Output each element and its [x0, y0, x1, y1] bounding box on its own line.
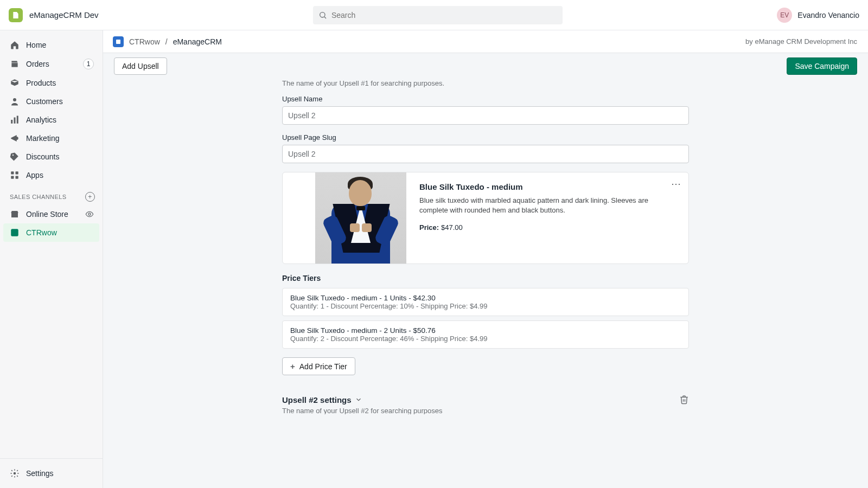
button-label: Add Price Tier — [299, 362, 347, 371]
search-icon — [318, 11, 327, 20]
nav-home[interactable]: Home — [0, 36, 103, 54]
nav-online-store[interactable]: Online Store — [0, 205, 103, 223]
toolbar: Add Upsell Save Campaign — [103, 53, 868, 79]
svg-line-1 — [324, 17, 326, 18]
price-tier-row[interactable]: Blue Silk Tuxedo - medium - 2 Units - $5… — [282, 320, 689, 349]
nav-marketing[interactable]: Marketing — [0, 129, 103, 147]
svg-rect-7 — [11, 171, 14, 174]
topbar-left: eManageCRM Dev — [9, 8, 99, 22]
svg-rect-12 — [11, 229, 18, 236]
nav-label: Products — [26, 79, 56, 87]
shopify-logo-icon — [9, 8, 23, 22]
ctrwow-icon — [10, 228, 20, 237]
nav-analytics[interactable]: Analytics — [0, 111, 103, 129]
app-header: CTRwow / eManageCRM by eManage CRM Devel… — [103, 30, 868, 53]
content: The name of your Upsell #1 for searching… — [103, 79, 868, 427]
button-label: Add Upsell — [122, 62, 159, 70]
product-title: Blue Silk Tuxedo - medium — [419, 182, 662, 191]
button-label: Save Campaign — [795, 62, 849, 70]
upsell1-helper: The name of your Upsell #1 for searching… — [282, 79, 689, 87]
customers-icon — [10, 97, 20, 106]
product-image — [315, 172, 406, 264]
breadcrumb-leaf: eManageCRM — [173, 37, 222, 46]
svg-rect-3 — [11, 120, 12, 124]
form-card: The name of your Upsell #1 for searching… — [282, 79, 689, 414]
marketing-icon — [10, 133, 20, 143]
nav-orders[interactable]: Orders 1 — [0, 54, 103, 74]
nav-label: CTRwow — [26, 228, 57, 237]
svg-rect-8 — [16, 171, 18, 174]
orders-icon — [10, 59, 20, 69]
nav-channels: Online Store CTRwow — [0, 205, 103, 242]
products-icon — [10, 78, 20, 88]
tier-title: Blue Silk Tuxedo - medium - 2 Units - $5… — [290, 326, 681, 335]
upsell-slug-label: Upsell Page Slug — [282, 133, 689, 142]
home-icon — [10, 40, 20, 50]
nav-primary: Home Orders 1 Products Customers Analyti… — [0, 36, 103, 184]
search-field[interactable] — [313, 6, 563, 24]
store-name: eManageCRM Dev — [29, 10, 99, 20]
add-price-tier-button[interactable]: + Add Price Tier — [282, 357, 355, 375]
svg-point-0 — [320, 12, 325, 17]
main: CTRwow / eManageCRM by eManage CRM Devel… — [103, 0, 868, 488]
price-label: Price: — [419, 223, 439, 232]
svg-point-6 — [12, 155, 14, 156]
svg-rect-5 — [17, 116, 18, 124]
nav-apps[interactable]: Apps — [0, 166, 103, 184]
product-info: Blue Silk Tuxedo - medium Blue silk tuxe… — [419, 172, 688, 264]
sales-channels-header: SALES CHANNELS + — [0, 184, 103, 205]
topbar: eManageCRM Dev EV Evandro Venancio — [0, 0, 868, 30]
add-channel-icon[interactable]: + — [85, 192, 95, 202]
sidebar-footer: Settings — [0, 458, 103, 488]
svg-rect-14 — [116, 40, 120, 44]
svg-point-2 — [13, 98, 16, 101]
plus-icon: + — [290, 362, 295, 371]
avatar[interactable]: EV — [777, 8, 792, 23]
gear-icon — [10, 468, 20, 478]
upsell2-header-row: Upsell #2 settings — [282, 395, 689, 404]
nav-customers[interactable]: Customers — [0, 92, 103, 111]
add-upsell-button[interactable]: Add Upsell — [114, 57, 167, 75]
upsell-slug-input[interactable] — [282, 145, 689, 163]
nav-label: Analytics — [26, 115, 56, 124]
user-name[interactable]: Evandro Venancio — [797, 11, 859, 20]
product-card: Blue Silk Tuxedo - medium Blue silk tuxe… — [282, 172, 689, 264]
price-tier-row[interactable]: Blue Silk Tuxedo - medium - 1 Units - $4… — [282, 288, 689, 316]
nav-label: Marketing — [26, 134, 59, 143]
upsell2-toggle[interactable]: Upsell #2 settings — [282, 395, 362, 404]
upsell2-helper: The name of your Upsell #2 for searching… — [282, 407, 689, 414]
nav-ctrwow[interactable]: CTRwow — [3, 223, 99, 242]
nav-label: Discounts — [26, 152, 59, 161]
upsell-name-input[interactable] — [282, 106, 689, 125]
upsell-name-label: Upsell Name — [282, 95, 689, 103]
nav-discounts[interactable]: Discounts — [0, 147, 103, 166]
nav-products[interactable]: Products — [0, 74, 103, 92]
svg-rect-9 — [11, 176, 14, 179]
kebab-icon[interactable]: ⋯ — [671, 178, 682, 190]
search-input[interactable] — [331, 11, 557, 20]
chevron-down-icon — [355, 396, 362, 403]
nav-label: Apps — [26, 171, 43, 179]
trash-icon[interactable] — [679, 395, 689, 404]
discounts-icon — [10, 152, 20, 162]
svg-point-13 — [14, 472, 16, 475]
nav-label: Home — [26, 41, 46, 49]
product-price-row: Price: $47.00 — [419, 223, 662, 232]
upsell2-title-text: Upsell #2 settings — [282, 395, 352, 404]
price-tiers-heading: Price Tiers — [282, 274, 689, 282]
svg-rect-10 — [16, 176, 18, 179]
svg-point-11 — [88, 213, 91, 215]
nav-label: Online Store — [26, 210, 68, 219]
save-campaign-button[interactable]: Save Campaign — [787, 57, 857, 75]
sales-channels-label: SALES CHANNELS — [10, 194, 67, 200]
breadcrumb-root[interactable]: CTRwow — [129, 37, 160, 46]
apps-icon — [10, 170, 20, 180]
breadcrumb: CTRwow / eManageCRM — [113, 36, 222, 47]
topbar-right: EV Evandro Venancio — [777, 8, 859, 23]
app-tile-icon — [113, 36, 124, 47]
eye-icon[interactable] — [85, 210, 94, 219]
nav-settings[interactable]: Settings — [0, 464, 103, 483]
sidebar: Home Orders 1 Products Customers Analyti… — [0, 30, 103, 488]
tier-subtitle: Quantify: 1 - Discount Percentage: 10% -… — [290, 302, 681, 310]
nav-label: Orders — [26, 60, 49, 68]
